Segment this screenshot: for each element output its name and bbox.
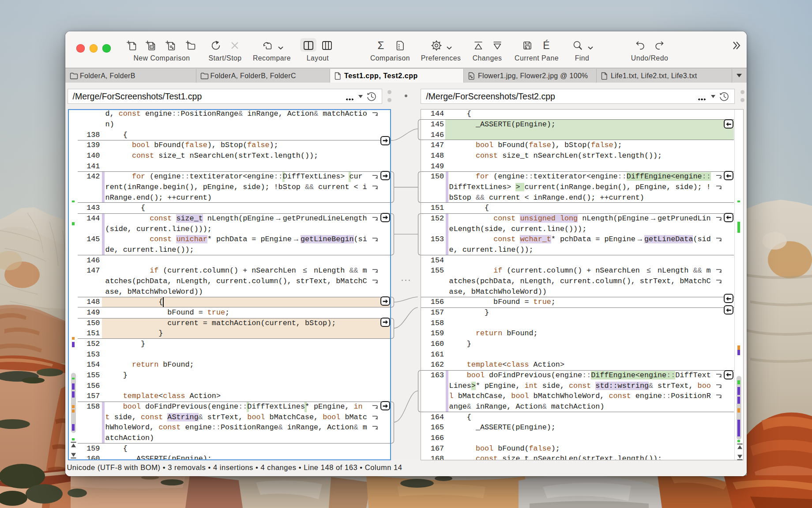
svg-text:Σ: Σ — [377, 40, 384, 51]
svg-text:É: É — [543, 40, 549, 51]
svg-text:01: 01 — [150, 45, 154, 49]
